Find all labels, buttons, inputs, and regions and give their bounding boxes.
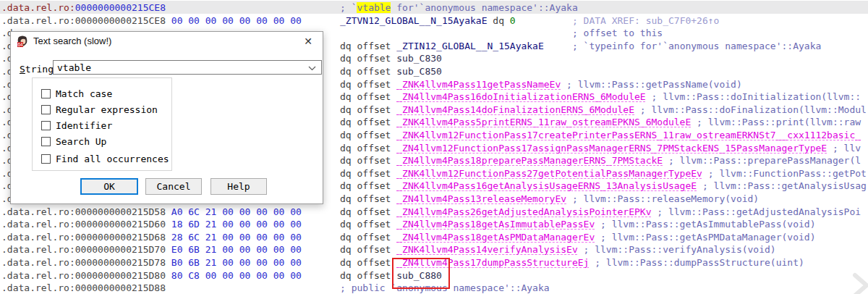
app-avatar-icon: 64	[17, 35, 29, 48]
listing-row: dq offset _ZN4llvm4Pass26getAdjustedAnal…	[340, 206, 861, 219]
comment: ; llvm::Pass::doFinalization(llvm::Modul	[634, 104, 867, 115]
listing-row: ; `vtable for'`anonymous namespace'::Aya…	[340, 1, 578, 14]
chevron-down-icon[interactable]	[308, 66, 316, 71]
symbol-name[interactable]: _ZTVN12_GLOBAL__N_15AyakaE	[340, 15, 488, 26]
asm-keyword: dq offset	[340, 244, 396, 255]
byte-values: A0 6C 21 00 00 00 00 00	[171, 206, 302, 217]
checkbox-icon[interactable]	[41, 105, 51, 114]
comment: ; llvm::Pass::dumpPassStructure(uint)	[589, 257, 804, 268]
listing-row: .data.rel.ro:0000000000215D88	[1, 282, 166, 294]
symbol-name[interactable]: sub_C850	[396, 66, 442, 77]
asm-keyword: dq offset	[340, 168, 396, 179]
checkbox-label: Find all occurrences	[56, 154, 169, 164]
listing-row: dq offset _ZN4llvm4Pass13releaseMemoryEv…	[340, 193, 759, 206]
symbol-name[interactable]: _ZN4llvm4Pass26getAdjustedAnalysisPointe…	[396, 206, 651, 217]
checkbox-icon[interactable]	[41, 154, 51, 164]
symbol-name[interactable]: _ZNK4llvm4Pass16getAnalysisUsageERNS_13A…	[396, 180, 697, 191]
asm-keyword: dq offset	[340, 270, 396, 281]
checkbox-icon[interactable]	[41, 121, 51, 130]
address-label: .data.rel.ro:0000000000215D70	[1, 244, 171, 255]
numeric-literal: 0	[510, 15, 516, 26]
comment: ; `typeinfo for'`anonymous namespace'::A…	[572, 41, 821, 51]
spacer	[516, 15, 572, 26]
xref-comment: ; DATA XREF: sub_C7F0+26↑o	[572, 15, 720, 26]
asm-keyword: dq offset	[340, 143, 396, 154]
listing-row: dq offset _ZN4llvm4Pass18getAsPMDataMana…	[340, 231, 815, 244]
symbol-name[interactable]: _ZNK4llvm4Pass5printERNS_11raw_ostreamEP…	[396, 117, 691, 127]
listing-row: .data.rel.ro:0000000000215D78 B0 6B 21 0…	[1, 256, 302, 269]
listing-row: .data.rel.ro:0000000000215D80 80 C8 00 0…	[1, 269, 302, 282]
comment: ; llvm::FunctionPass::getPot	[702, 168, 867, 179]
listing-row: .data.rel.ro:0000000000215CE8	[1, 1, 166, 14]
listing-row: dq offset _ZN4llvm12FunctionPass17assign…	[340, 142, 861, 155]
address-label: .data.rel.ro:0000000000215D58	[1, 206, 171, 217]
listing-row: dq offset _ZN4llvm4Pass16doInitializatio…	[340, 91, 861, 104]
symbol-name[interactable]: _ZNK4llvm12FunctionPass17createPrinterPa…	[396, 130, 861, 140]
corner-chevron-mark	[852, 269, 868, 294]
listing-row: .data.rel.ro:0000000000215CE8 00 00 00 0…	[1, 14, 302, 28]
listing-row: dq offset _ZNK4llvm4Pass5printERNS_11raw…	[340, 116, 861, 129]
checkbox-icon[interactable]	[41, 137, 51, 146]
search-options-group: Match caseRegular expressionIdentifierSe…	[32, 77, 172, 171]
listing-row: dq offset _ZN4llvm4Pass18getAsImmutableP…	[340, 218, 815, 231]
listing-row: dq offset _ZNK4llvm4Pass11getPassNameEv …	[340, 78, 742, 91]
help-button[interactable]: Help	[210, 178, 267, 195]
listing-view: .data.rel.ro:0000000000215CE8.data.rel.r…	[0, 0, 868, 294]
listing-row: dq offset _ZNK4llvm12FunctionPass17creat…	[340, 129, 861, 142]
spacer	[340, 28, 572, 38]
checkbox-label: Match case	[56, 88, 112, 99]
asm-keyword: dq offset	[340, 219, 396, 230]
asm-keyword: dq offset	[340, 66, 396, 77]
comment: ; llvm::Pass::getPassName(void)	[561, 79, 741, 90]
listing-row: dq offset sub_C850	[340, 65, 442, 78]
ok-button[interactable]: OK	[80, 178, 138, 195]
byte-values: B0 6B 21 00 00 00 00 00	[171, 257, 302, 268]
dialog-titlebar[interactable]: 64 Text search (slow!) ✕	[11, 32, 323, 51]
comment: ; llvm::Pass::getAsPMDataManager(void)	[595, 232, 815, 243]
search-string-value: vtable	[57, 62, 91, 74]
cancel-button[interactable]: Cancel	[145, 178, 202, 195]
symbol-name[interactable]: _ZN4llvm4Pass18getAsPMDataManagerEv	[396, 232, 595, 243]
listing-row: dq offset _ZTIN12_GLOBAL__N_15AyakaE ; `…	[340, 40, 821, 53]
comment: for'`anonymous namespace'::Ayaka	[391, 2, 577, 13]
symbol-name[interactable]: _ZN4llvm12FunctionPass17assignPassManage…	[396, 143, 827, 154]
symbol-name[interactable]: _ZNK4llvm4Pass11getPassNameEv	[396, 79, 561, 90]
asm-keyword: dq offset	[340, 180, 396, 191]
symbol-name[interactable]: _ZN4llvm4Pass18preparePassManagerERNS_7P…	[396, 155, 663, 166]
listing-row: .data.rel.ro:0000000000215D70 E0 6B 21 0…	[1, 243, 302, 256]
asm-keyword: dq offset	[340, 206, 396, 217]
search-string-combobox[interactable]: vtable	[53, 60, 322, 75]
symbol-name[interactable]: _ZN4llvm4Pass14doFinalizationERNS_6Modul…	[396, 104, 634, 115]
checkbox-label: Search Up	[56, 136, 106, 147]
svg-text:64: 64	[17, 42, 23, 47]
listing-row: .data.rel.ro:0000000000215D58 A0 6C 21 0…	[1, 206, 302, 219]
symbol-name[interactable]: _ZNK4llvm4Pass14verifyAnalysisEv	[396, 244, 577, 255]
symbol-name[interactable]: _ZNK4llvm12FunctionPass27getPotentialPas…	[396, 168, 702, 179]
asm-keyword: dq	[488, 15, 510, 26]
checkbox-icon[interactable]	[41, 89, 51, 98]
comment: ; llv	[827, 143, 861, 154]
listing-row: _ZTVN12_GLOBAL__N_15AyakaE dq 0 ; DATA X…	[340, 14, 719, 28]
spacer	[544, 41, 572, 51]
address-value: 0000000000215CE8	[75, 2, 166, 13]
segment-prefix: .data.rel.ro:	[1, 2, 75, 13]
symbol-name[interactable]: _ZN4llvm4Pass13releaseMemoryEv	[396, 193, 566, 204]
symbol-name[interactable]: _ZN4llvm4Pass16doInitializationERNS_6Mod…	[396, 91, 645, 102]
byte-values: 80 C8 00 00 00 00 00 00	[171, 270, 302, 281]
search-match-highlight: vtable	[357, 2, 391, 13]
address-label: .data.rel.ro:0000000000215D60	[1, 219, 171, 230]
close-icon[interactable]: ✕	[294, 32, 323, 51]
comment: ; llvm::Pass::getAnalysisUsag	[697, 180, 867, 191]
annotation-red-box	[392, 258, 450, 289]
byte-values: 28 6C 21 00 00 00 00 00	[171, 232, 302, 243]
symbol-name[interactable]: _ZN4llvm4Pass18getAsImmutablePassEv	[396, 219, 595, 230]
symbol-name[interactable]: sub_C830	[396, 53, 442, 64]
asm-keyword: dq offset	[340, 117, 396, 127]
address-label: .data.rel.ro:0000000000215CE8	[1, 15, 171, 26]
asm-keyword: dq offset	[340, 193, 396, 204]
comment: ; `	[340, 2, 357, 13]
comment: ; llvm::Pass::verifyAnalysis(void)	[578, 244, 776, 255]
asm-keyword: dq offset	[340, 79, 396, 90]
listing-row: dq offset sub_C830	[340, 52, 442, 65]
symbol-name[interactable]: _ZTIN12_GLOBAL__N_15AyakaE	[396, 41, 544, 51]
